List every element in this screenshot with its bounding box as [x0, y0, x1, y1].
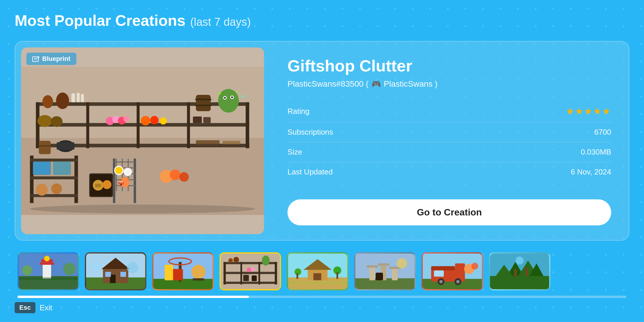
svg-rect-50 — [53, 162, 71, 175]
carousel-item[interactable] — [422, 252, 483, 290]
svg-rect-5 — [36, 102, 40, 148]
svg-rect-60 — [116, 159, 117, 191]
svg-rect-107 — [224, 282, 277, 284]
carousel-track — [15, 252, 629, 290]
updated-row: Last Updated 6 Nov, 2024 — [287, 162, 611, 182]
svg-point-95 — [92, 262, 100, 270]
carousel-item[interactable] — [489, 252, 550, 290]
carousel-item[interactable] — [85, 252, 146, 290]
size-value: 0.030MB — [581, 148, 611, 157]
svg-point-159 — [516, 257, 524, 265]
svg-point-18 — [218, 89, 239, 113]
svg-rect-103 — [193, 278, 204, 281]
preview-area: 🎪 — [15, 42, 270, 240]
svg-point-22 — [231, 96, 233, 98]
svg-point-33 — [37, 115, 52, 127]
svg-rect-109 — [275, 262, 277, 285]
svg-rect-40 — [56, 142, 74, 150]
updated-label: Last Updated — [287, 167, 333, 177]
svg-rect-45 — [30, 159, 78, 162]
svg-rect-6 — [86, 102, 89, 148]
goto-creation-button[interactable]: Go to Creation — [287, 199, 611, 225]
blueprint-badge: Blueprint — [26, 53, 76, 65]
carousel-scrollbar[interactable] — [18, 296, 626, 298]
svg-rect-54 — [134, 159, 136, 203]
svg-point-29 — [123, 116, 129, 122]
svg-point-21 — [224, 97, 226, 99]
svg-rect-118 — [252, 275, 257, 281]
svg-rect-8 — [187, 102, 190, 148]
svg-rect-7 — [137, 102, 140, 148]
svg-point-72 — [102, 180, 111, 189]
carousel-item[interactable] — [354, 252, 416, 290]
page-title-main: Most Popular Creations — [15, 12, 186, 29]
author-platform: PlasticSwans ) — [384, 79, 438, 89]
svg-rect-152 — [490, 276, 549, 290]
svg-rect-137 — [376, 273, 383, 280]
svg-rect-16 — [195, 99, 211, 100]
svg-rect-108 — [224, 262, 226, 285]
svg-point-115 — [251, 267, 255, 271]
svg-rect-143 — [455, 263, 465, 270]
svg-point-76 — [30, 205, 255, 213]
carousel-item[interactable] — [152, 252, 214, 290]
svg-rect-41 — [196, 140, 220, 145]
scene-svg: 🎪 — [21, 47, 264, 234]
svg-rect-14 — [81, 94, 84, 102]
svg-rect-92 — [105, 272, 111, 277]
stats-table: Rating ★★★★★ Subscriptions 6700 Size 0.0… — [287, 100, 611, 182]
svg-rect-158 — [525, 268, 528, 276]
svg-point-34 — [51, 116, 62, 127]
svg-rect-9 — [246, 102, 249, 148]
svg-point-23 — [218, 92, 221, 95]
page-title-sub: (last 7 days) — [190, 16, 251, 28]
svg-rect-77 — [32, 57, 38, 61]
svg-point-113 — [233, 257, 239, 263]
svg-rect-106 — [224, 272, 277, 274]
svg-point-116 — [262, 256, 270, 266]
carousel-item[interactable] — [18, 252, 79, 290]
svg-rect-93 — [120, 272, 126, 277]
preview-image: 🎪 — [21, 47, 264, 234]
svg-point-52 — [51, 184, 62, 194]
svg-point-102 — [191, 265, 205, 279]
page-container: Most Popular Creations (last 7 days) — [0, 0, 644, 310]
svg-rect-17 — [195, 105, 211, 106]
svg-rect-133 — [392, 268, 398, 280]
svg-rect-110 — [240, 262, 242, 285]
page-title-row: Most Popular Creations (last 7 days) — [15, 12, 629, 29]
creation-author: PlasticSwans#83500 ( 🎮 PlasticSwans ) — [287, 79, 611, 89]
author-name: PlasticSwans#83500 ( — [287, 79, 369, 89]
svg-point-64 — [115, 167, 122, 174]
svg-rect-38 — [38, 145, 52, 146]
rating-row: Rating ★★★★★ — [287, 100, 611, 122]
svg-point-146 — [439, 280, 443, 283]
svg-rect-134 — [366, 265, 378, 268]
svg-point-51 — [36, 184, 48, 196]
svg-text:🎪: 🎪 — [117, 179, 125, 186]
svg-rect-49 — [34, 162, 50, 174]
svg-rect-35 — [193, 117, 202, 123]
svg-point-11 — [56, 93, 69, 109]
subscriptions-label: Subscriptions — [287, 128, 333, 137]
size-row: Size 0.030MB — [287, 142, 611, 162]
carousel-item[interactable] — [287, 252, 348, 290]
svg-rect-157 — [514, 269, 517, 277]
blueprint-icon — [32, 56, 40, 62]
svg-point-25 — [242, 95, 245, 98]
svg-rect-13 — [77, 93, 80, 102]
svg-rect-12 — [71, 93, 75, 102]
svg-rect-47 — [30, 194, 78, 197]
svg-rect-127 — [336, 272, 338, 279]
svg-rect-53 — [113, 159, 115, 203]
carousel-scrollbar-thumb — [18, 296, 249, 298]
svg-point-65 — [124, 168, 132, 176]
carousel-item-active[interactable] — [220, 252, 281, 290]
svg-rect-15 — [196, 95, 211, 111]
svg-rect-123 — [314, 273, 321, 280]
subscriptions-row: Subscriptions 6700 — [287, 122, 611, 142]
gamepad-icon: 🎮 — [371, 80, 381, 89]
svg-point-74 — [170, 169, 180, 180]
blueprint-label: Blueprint — [42, 55, 71, 63]
svg-point-83 — [44, 256, 50, 261]
